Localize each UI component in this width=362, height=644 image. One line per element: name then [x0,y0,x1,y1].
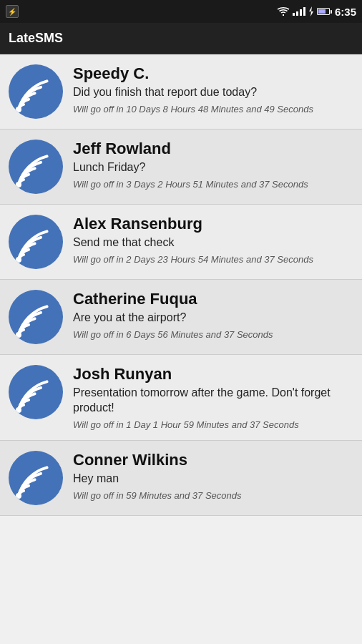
contact-message: Lunch Friday? [73,160,355,175]
avatar [7,364,64,421]
avatar [7,213,64,270]
contact-item[interactable]: Alex Ransenburg Send me that check Will … [0,205,362,280]
signal-bars [293,7,305,16]
svg-point-3 [16,107,21,112]
battery-icon [317,8,332,15]
avatar [7,288,64,346]
contact-item[interactable]: Jeff Rowland Lunch Friday? Will go off i… [0,130,362,205]
status-right: 6:35 [277,6,356,18]
contact-message: Are you at the airport? [73,311,355,326]
svg-point-12 [16,332,21,338]
contact-message: Send me that check [73,235,355,250]
contact-timer: Will go off in 1 Day 1 Hour 59 Minutes a… [73,419,355,431]
contact-timer: Will go off in 6 Days 56 Minutes and 37 … [73,329,355,341]
contact-item[interactable]: Conner Wilkins Hey man Will go off in 59… [0,441,362,516]
status-time: 6:35 [335,6,356,18]
contact-name: Catherine Fuqua [73,290,355,308]
avatar [7,63,64,120]
contact-name: Speedy C. [73,64,355,83]
contact-timer: Will go off in 59 Minutes and 37 Seconds [73,490,355,502]
contact-timer: Will go off in 2 Days 23 Hours 54 Minute… [73,254,355,266]
contact-name: Jeff Rowland [73,140,355,158]
svg-point-15 [16,407,21,413]
status-left: ⚡ [6,5,19,18]
contact-item[interactable]: Josh Runyan Presentation tomorrow after … [0,355,362,441]
app-title: LateSMS [9,31,63,46]
contact-info: Catherine Fuqua Are you at the airport? … [73,288,355,341]
contact-item[interactable]: Speedy C. Did you finish that report due… [0,54,362,130]
avatar [7,138,64,195]
contact-list: Speedy C. Did you finish that report due… [0,54,362,644]
contact-info: Speedy C. Did you finish that report due… [73,63,355,116]
svg-point-9 [16,257,21,263]
contact-name: Alex Ransenburg [73,215,355,233]
contact-info: Alex Ransenburg Send me that check Will … [73,213,355,266]
charging-icon [308,6,314,16]
status-bar: ⚡ 6:35 [0,0,362,23]
contact-info: Conner Wilkins Hey man Will go off in 59… [73,449,355,502]
svg-marker-0 [309,6,313,16]
contact-info: Jeff Rowland Lunch Friday? Will go off i… [73,138,355,191]
app-bar: LateSMS [0,23,362,54]
contact-message: Did you finish that report due today? [73,85,355,100]
contact-timer: Will go off in 3 Days 2 Hours 51 Minutes… [73,179,355,191]
avatar [7,449,64,507]
usb-icon: ⚡ [6,5,19,18]
contact-item[interactable]: Catherine Fuqua Are you at the airport? … [0,280,362,355]
contact-info: Josh Runyan Presentation tomorrow after … [73,364,355,431]
contact-name: Conner Wilkins [73,451,355,469]
contact-message: Presentation tomorrow after the game. Do… [73,386,355,416]
wifi-icon [277,6,290,16]
contact-name: Josh Runyan [73,365,355,384]
svg-point-18 [16,493,21,499]
contact-timer: Will go off in 10 Days 8 Hours 48 Minute… [73,104,355,116]
svg-point-6 [16,182,21,187]
contact-message: Hey man [73,472,355,487]
